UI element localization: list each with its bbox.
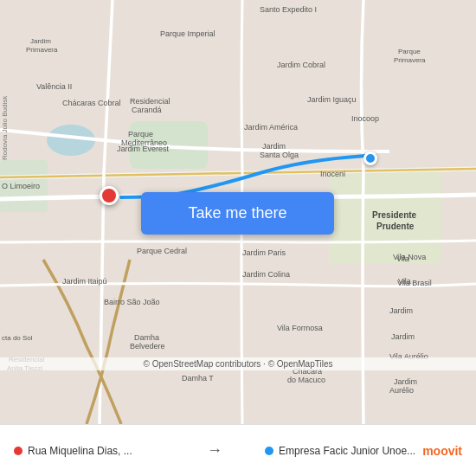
svg-text:Presidente: Presidente	[372, 210, 417, 220]
svg-text:Residencial: Residencial	[130, 97, 170, 106]
svg-text:Santo Expedito I: Santo Expedito I	[260, 5, 317, 14]
svg-text:Belvedere: Belvedere	[130, 342, 165, 351]
map-container: Santo Expedito I Jardim Primavera Parque…	[0, 0, 476, 424]
moovit-logo-text: moovit	[422, 444, 462, 458]
footer: Rua Miquelina Dias, ... → Empresa Facic …	[0, 424, 476, 476]
origin-text: Rua Miquelina Dias, ...	[28, 445, 132, 457]
svg-text:do Macuco: do Macuco	[287, 376, 325, 384]
origin-dot-icon	[14, 447, 23, 455]
svg-text:Jardim: Jardim	[262, 142, 286, 151]
svg-text:cta do Sol: cta do Sol	[2, 334, 33, 342]
svg-text:Bairro São João: Bairro São João	[104, 298, 160, 306]
svg-text:Jardim Iguaçu: Jardim Iguaçu	[307, 95, 357, 104]
destination-dot-icon	[265, 447, 273, 455]
svg-text:Inocoop: Inocoop	[351, 114, 379, 123]
svg-text:Primavera: Primavera	[394, 56, 426, 64]
svg-text:Jardim Cobral: Jardim Cobral	[277, 61, 325, 69]
svg-text:Damha: Damha	[134, 333, 159, 342]
svg-text:Vila: Vila	[398, 277, 411, 286]
svg-text:Valência II: Valência II	[36, 82, 72, 91]
svg-text:Vila: Vila	[396, 254, 409, 263]
svg-text:Jardim: Jardim	[30, 37, 51, 45]
take-me-there-label: Take me there	[188, 204, 286, 222]
svg-text:Jardim Everest: Jardim Everest	[117, 145, 170, 153]
svg-text:Primavera: Primavera	[26, 46, 58, 54]
svg-text:Carandá: Carandá	[132, 106, 162, 114]
svg-text:Parque Imperial: Parque Imperial	[160, 29, 215, 38]
svg-text:O Limoeiro: O Limoeiro	[2, 182, 40, 190]
attribution-text: © OpenStreetMap contributors · © OpenMap…	[144, 359, 333, 369]
footer-destination: Empresa Facic Junior Unoe...	[222, 445, 415, 457]
svg-text:Parque Cedral: Parque Cedral	[137, 247, 187, 255]
svg-text:Damha T: Damha T	[182, 374, 214, 383]
map-attribution: © OpenStreetMap contributors · © OpenMap…	[0, 357, 476, 370]
svg-text:Vila Formosa: Vila Formosa	[277, 324, 323, 332]
svg-text:Jardim Itaipú: Jardim Itaipú	[62, 277, 107, 286]
moovit-logo: moovit	[422, 444, 462, 458]
svg-text:Parque: Parque	[398, 48, 421, 55]
svg-text:Prudente: Prudente	[376, 222, 415, 231]
destination-pin	[100, 186, 119, 205]
svg-text:Jardim: Jardim	[394, 377, 417, 386]
svg-text:Aurélio: Aurélio	[389, 386, 414, 395]
current-location-dot	[363, 151, 377, 165]
svg-text:Jardim América: Jardim América	[244, 123, 298, 132]
svg-text:Chácaras Cobral: Chácaras Cobral	[62, 99, 121, 107]
footer-origin: Rua Miquelina Dias, ...	[14, 445, 207, 457]
destination-text: Empresa Facic Junior Unoe...	[279, 445, 415, 457]
svg-text:Inoceni: Inoceni	[320, 170, 345, 178]
svg-text:Rodovia Júlio Budisk: Rodovia Júlio Budisk	[1, 95, 9, 160]
svg-text:Parque: Parque	[128, 130, 153, 138]
svg-text:Santa Olga: Santa Olga	[260, 151, 299, 159]
svg-text:Jardim: Jardim	[389, 306, 413, 315]
footer-arrow: →	[207, 441, 222, 460]
take-me-there-button[interactable]: Take me there	[141, 192, 334, 235]
svg-text:Jardim Paris: Jardim Paris	[242, 248, 286, 257]
svg-text:Jardim Colina: Jardim Colina	[242, 270, 290, 279]
arrow-icon: →	[207, 441, 222, 459]
svg-text:Jardim: Jardim	[391, 332, 415, 341]
